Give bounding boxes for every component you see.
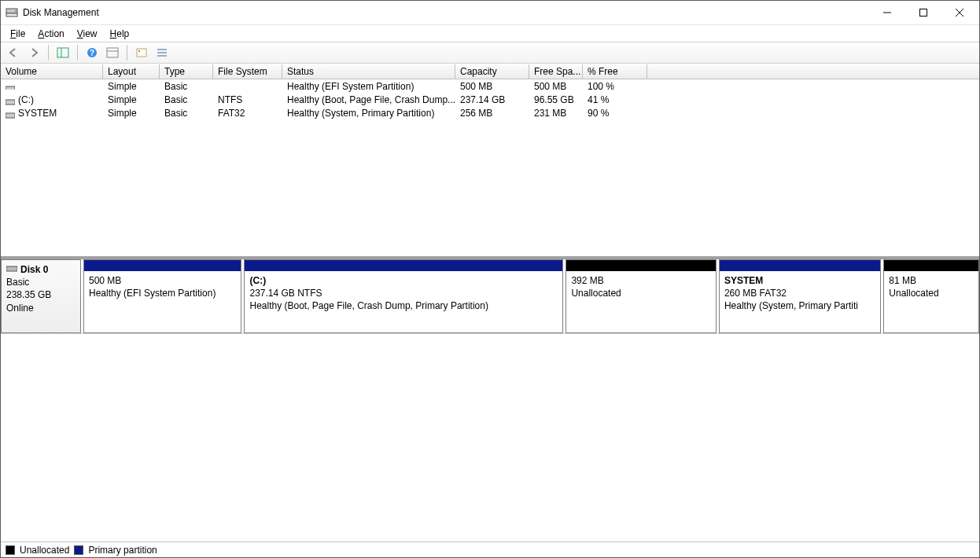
volume-pct: 90 % [583, 108, 647, 119]
disk-label[interactable]: Disk 0 Basic 238.35 GB Online [1, 259, 81, 333]
menu-action[interactable]: Action [31, 27, 70, 41]
toolbar-separator [77, 45, 78, 61]
partition-size: 81 MB [889, 274, 974, 287]
col-capacity[interactable]: Capacity [455, 64, 529, 79]
partition-color-bar [720, 260, 880, 271]
volume-free: 96.55 GB [529, 94, 583, 105]
svg-point-2 [15, 10, 17, 12]
partition-size: 500 MB [89, 274, 236, 287]
partition-unallocated[interactable]: 392 MBUnallocated [566, 259, 716, 333]
volume-name: SYSTEM [18, 108, 57, 119]
help-button[interactable]: ? [83, 44, 101, 61]
volume-status: Healthy (EFI System Partition) [282, 81, 455, 92]
volume-list-body[interactable]: SimpleBasicHealthy (EFI System Partition… [1, 79, 979, 256]
col-volume[interactable]: Volume [1, 64, 103, 79]
list-view-button[interactable] [153, 44, 171, 61]
svg-rect-21 [6, 266, 17, 271]
col-freespace[interactable]: Free Spa... [529, 64, 583, 79]
menu-help[interactable]: Help [104, 27, 136, 41]
title-bar: Disk Management [1, 1, 979, 24]
partition-name: (C:) [249, 274, 558, 287]
volume-pct: 100 % [583, 81, 647, 92]
drive-icon [6, 110, 15, 116]
app-icon [6, 6, 18, 19]
disk-map: Disk 0 Basic 238.35 GB Online 500 MBHeal… [1, 257, 979, 333]
col-layout[interactable]: Layout [103, 64, 160, 79]
window-controls [869, 1, 978, 24]
svg-rect-1 [6, 13, 17, 17]
properties-button[interactable] [132, 44, 151, 61]
back-button[interactable] [4, 44, 23, 61]
volume-fs: NTFS [213, 94, 282, 105]
toolbar: ? [1, 42, 979, 64]
forward-button[interactable] [24, 44, 43, 61]
partition-name: SYSTEM [724, 274, 875, 287]
svg-rect-18 [6, 86, 15, 90]
volume-row[interactable]: SimpleBasicHealthy (EFI System Partition… [1, 79, 979, 93]
volume-capacity: 256 MB [455, 108, 529, 119]
partition-info: 500 MBHealthy (EFI System Partition) [84, 271, 241, 332]
volume-name: (C:) [18, 94, 34, 105]
volume-capacity: 500 MB [455, 81, 529, 92]
partition-unallocated[interactable]: 81 MBUnallocated [883, 259, 979, 333]
volume-free: 231 MB [529, 108, 583, 119]
partition-size: 260 MB FAT32 [724, 287, 875, 299]
volume-row[interactable]: (C:)SimpleBasicNTFSHealthy (Boot, Page F… [1, 93, 979, 106]
volume-free: 500 MB [529, 81, 583, 92]
partition-status: Healthy (Boot, Page File, Crash Dump, Pr… [249, 299, 558, 312]
drive-icon [6, 97, 15, 103]
maximize-button[interactable] [905, 1, 941, 24]
minimize-button[interactable] [869, 1, 905, 24]
volume-type: Basic [160, 81, 213, 92]
partition-primary[interactable]: SYSTEM260 MB FAT32Healthy (System, Prima… [719, 259, 881, 333]
col-filesystem[interactable]: File System [213, 64, 282, 79]
partition-info: 81 MBUnallocated [884, 271, 978, 332]
menu-bar: File Action View Help [1, 24, 979, 42]
partition-status: Healthy (System, Primary Partiti [724, 299, 875, 312]
window-title: Disk Management [23, 7, 99, 18]
volume-list: Volume Layout Type File System Status Ca… [1, 64, 979, 257]
disk-type: Basic [6, 276, 76, 288]
empty-area [1, 333, 979, 541]
volume-layout: Simple [103, 108, 160, 119]
partition-size: 392 MB [571, 274, 710, 287]
volume-row[interactable]: SYSTEMSimpleBasicFAT32Healthy (System, P… [1, 106, 979, 119]
partition-primary[interactable]: 500 MBHealthy (EFI System Partition) [83, 259, 241, 333]
disk-state: Online [6, 302, 76, 314]
partition-status: Healthy (EFI System Partition) [89, 287, 236, 299]
col-status[interactable]: Status [282, 64, 455, 79]
partition-primary[interactable]: (C:)237.14 GB NTFSHealthy (Boot, Page Fi… [244, 259, 563, 333]
settings-button[interactable] [103, 44, 122, 61]
partition-strip: 500 MBHealthy (EFI System Partition)(C:)… [81, 259, 979, 333]
svg-rect-19 [6, 100, 15, 105]
col-type[interactable]: Type [160, 64, 213, 79]
svg-rect-4 [920, 9, 927, 17]
close-button[interactable] [941, 1, 978, 24]
col-pctfree[interactable]: % Free [583, 64, 647, 79]
legend-swatch-unallocated [6, 545, 15, 555]
partition-info: 392 MBUnallocated [566, 271, 715, 332]
volume-layout: Simple [103, 94, 160, 105]
svg-rect-13 [137, 49, 146, 57]
show-hide-tree-button[interactable] [53, 44, 72, 61]
legend-label-unallocated: Unallocated [20, 545, 69, 556]
svg-rect-11 [107, 48, 118, 57]
disk-name: Disk 0 [20, 264, 48, 275]
svg-rect-20 [6, 113, 15, 118]
volume-layout: Simple [103, 81, 160, 92]
toolbar-separator [48, 45, 49, 61]
volume-list-header: Volume Layout Type File System Status Ca… [1, 64, 979, 79]
volume-type: Basic [160, 94, 213, 105]
disk-icon [6, 263, 17, 271]
volume-pct: 41 % [583, 94, 647, 105]
volume-fs: FAT32 [213, 108, 282, 119]
legend: Unallocated Primary partition [1, 541, 979, 557]
menu-file[interactable]: File [4, 27, 31, 41]
drive-icon [6, 83, 15, 90]
partition-info: (C:)237.14 GB NTFSHealthy (Boot, Page Fi… [245, 271, 562, 332]
volume-status: Healthy (Boot, Page File, Crash Dump... [282, 94, 455, 105]
menu-view[interactable]: View [71, 27, 104, 41]
toolbar-separator [127, 45, 127, 61]
partition-color-bar [245, 260, 562, 271]
partition-color-bar [84, 260, 241, 271]
